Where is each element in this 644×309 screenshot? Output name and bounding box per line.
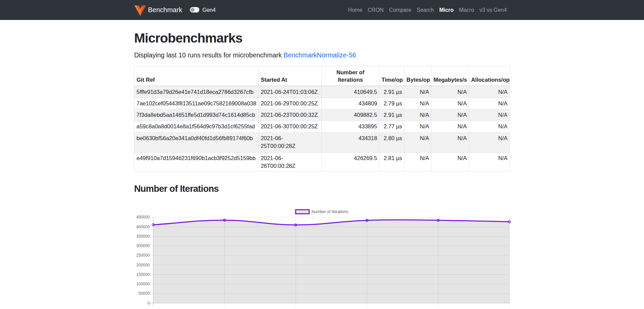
svg-text:50000: 50000 xyxy=(139,291,150,296)
svg-text:300000: 300000 xyxy=(136,243,150,248)
svg-text:400000: 400000 xyxy=(136,225,150,229)
svg-text:100000: 100000 xyxy=(136,282,150,286)
svg-text:Number of Iterations: Number of Iterations xyxy=(312,209,348,214)
svg-text:150000: 150000 xyxy=(136,272,150,277)
svg-text:200000: 200000 xyxy=(136,263,150,267)
svg-text:450000: 450000 xyxy=(136,215,150,220)
svg-text:350000: 350000 xyxy=(136,234,150,239)
svg-text:250000: 250000 xyxy=(136,253,150,258)
svg-text:0: 0 xyxy=(148,301,150,306)
